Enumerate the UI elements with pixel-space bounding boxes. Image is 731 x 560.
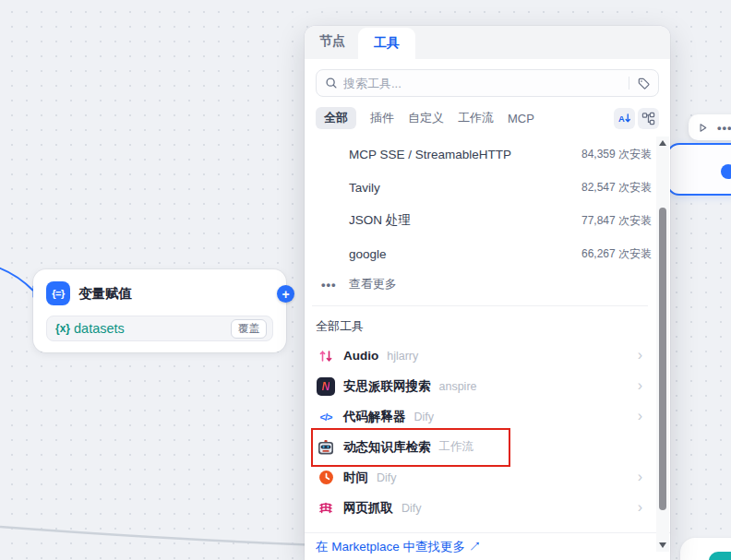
tool-provider: 工作流 [439, 439, 474, 455]
tool-name: 时间 [343, 470, 368, 486]
filter-row: 全部 插件 自定义 工作流 MCP A [305, 97, 670, 137]
tool-row-audio[interactable]: Audio hjlarry › [305, 340, 655, 371]
filter-plugins[interactable]: 插件 [370, 110, 394, 126]
chevron-right-icon: › [638, 378, 642, 395]
tag-filter-icon[interactable] [637, 77, 651, 90]
tool-provider: Dify [414, 411, 435, 423]
sort-az-icon[interactable]: A [614, 108, 635, 129]
chevron-right-icon: › [638, 500, 642, 517]
code-icon: </> [317, 408, 335, 426]
scrollbar-down-arrow[interactable] [656, 539, 669, 552]
variable-assigner-icon: {=} [46, 281, 70, 305]
tool-row-anspire[interactable]: N 安思派联网搜索 anspire › [305, 371, 655, 401]
tree-view-icon[interactable] [638, 108, 659, 129]
add-next-node-button[interactable]: + [277, 285, 294, 303]
anspire-icon: N [317, 377, 335, 396]
variable-icon: {x} [55, 322, 70, 335]
marketplace-link[interactable]: 在 Marketplace 中查找更多 ↗ [316, 539, 481, 555]
chevron-right-icon: › [638, 348, 642, 364]
featured-tool-row[interactable]: Tavily 82,547 次安装 [305, 171, 655, 204]
filter-all[interactable]: 全部 [316, 107, 356, 129]
write-mode-badge: 覆盖 [231, 319, 267, 339]
tool-provider: Dify [401, 502, 422, 515]
node-connector-handle[interactable] [721, 164, 731, 179]
tool-name: 安思派联网搜索 [343, 378, 431, 395]
divider [629, 77, 629, 89]
tool-provider: hjlarry [387, 350, 418, 363]
variable-name: datasets [74, 321, 231, 336]
search-box [316, 69, 659, 97]
scrollbar-thumb[interactable] [659, 208, 666, 510]
search-input[interactable] [343, 77, 629, 90]
tool-name: 动态知识库检索 [343, 439, 431, 456]
tools-list: MCP SSE / StreamableHTTP 84,359 次安装 Tavi… [305, 137, 670, 523]
tool-name: google [349, 247, 581, 261]
tool-name: JSON 处理 [349, 212, 581, 229]
tool-name: Tavily [349, 181, 581, 195]
tool-provider: Dify [377, 471, 397, 484]
node-mini-toolbar: ••• [689, 114, 731, 140]
filter-custom[interactable]: 自定义 [408, 110, 444, 126]
clock-icon [317, 469, 335, 487]
featured-tool-row[interactable]: google 66,267 次安装 [305, 237, 655, 270]
panel-tabs: 节点 工具 [305, 26, 670, 59]
scrollbar-up-arrow[interactable] [656, 137, 669, 149]
chevron-right-icon: › [638, 470, 642, 486]
tool-row-code-interpreter[interactable]: </> 代码解释器 Dify › [305, 401, 655, 432]
filter-mcp[interactable]: MCP [508, 112, 534, 125]
variable-row[interactable]: {x} datasets 覆盖 [46, 316, 273, 341]
tool-row-web-scraper[interactable]: 网页抓取 Dify › [305, 493, 655, 523]
tab-nodes[interactable]: 节点 [318, 33, 356, 59]
ellipsis-icon: ••• [321, 278, 337, 292]
tool-row-dynamic-knowledge-retrieval[interactable]: 动态知识库检索 工作流 [305, 432, 655, 462]
node-title: 变量赋值 [78, 285, 132, 303]
robot-icon [317, 438, 335, 457]
filter-workflow[interactable]: 工作流 [458, 110, 494, 126]
see-more-label: 查看更多 [349, 276, 397, 292]
install-count: 84,359 次安装 [581, 147, 652, 162]
tool-row-time[interactable]: 时间 Dify › [305, 462, 655, 493]
more-icon[interactable]: ••• [717, 121, 731, 135]
svg-text:A: A [618, 113, 625, 123]
variable-assigner-node[interactable]: {=} 变量赋值 + {x} datasets 覆盖 [33, 269, 286, 352]
tool-name: 代码解释器 [343, 409, 406, 425]
web-scraper-icon [317, 499, 335, 518]
featured-tool-row[interactable]: JSON 处理 77,847 次安装 [305, 204, 655, 237]
section-title: 全部工具 [305, 306, 655, 340]
featured-tool-row[interactable]: MCP SSE / StreamableHTTP 84,359 次安装 [305, 137, 655, 171]
tool-name: MCP SSE / StreamableHTTP [349, 148, 581, 161]
play-icon[interactable] [697, 122, 709, 134]
install-count: 66,267 次安装 [581, 246, 652, 262]
tab-tools[interactable]: 工具 [358, 28, 415, 59]
audio-icon [317, 347, 335, 365]
see-more-button[interactable]: ••• 查看更多 [305, 270, 655, 298]
tools-panel: 节点 工具 全部 插件 自定义 工作流 MCP A [305, 26, 670, 560]
tool-name: 网页抓取 [343, 500, 393, 517]
scrollbar[interactable] [656, 137, 669, 552]
install-count: 82,547 次安装 [581, 180, 652, 196]
chevron-right-icon: › [638, 409, 642, 425]
tool-provider: anspire [439, 380, 477, 393]
partial-node-icon [709, 552, 731, 560]
search-icon [325, 77, 338, 89]
tool-name: Audio [343, 349, 378, 363]
install-count: 77,847 次安装 [581, 213, 652, 229]
panel-footer: 在 Marketplace 中查找更多 ↗ [305, 532, 670, 560]
